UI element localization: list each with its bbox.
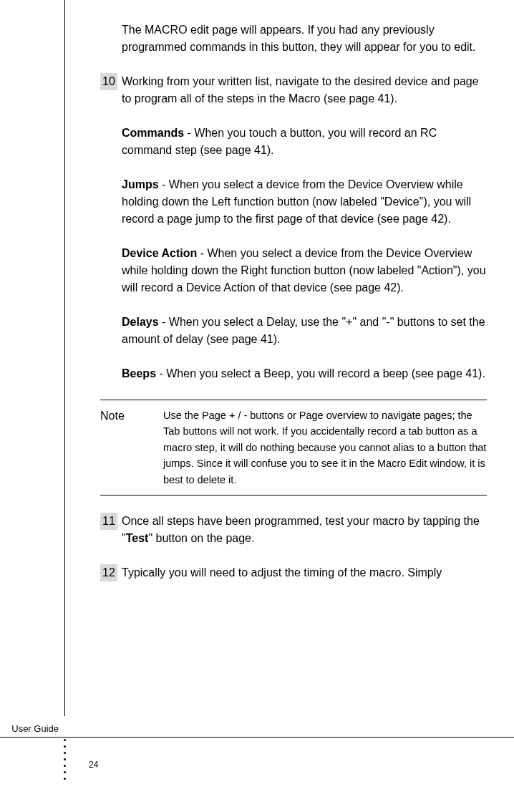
step-number: 12 [100, 564, 117, 581]
step-text: Typically you will need to adjust the ti… [122, 564, 487, 581]
footer-horizontal-line [0, 737, 514, 738]
step-number: 10 [100, 73, 117, 90]
dot-icon [64, 778, 66, 780]
device-action-paragraph: Device Action - When you select a device… [122, 245, 487, 296]
dot-icon [64, 758, 66, 760]
jumps-paragraph: Jumps - When you select a device from th… [122, 176, 487, 228]
dot-icon [64, 771, 66, 773]
note-label: Note [100, 407, 163, 488]
note-text: Use the Page + / - buttons or Page overv… [163, 407, 487, 488]
page-content: The MACRO edit page will appears. If you… [100, 21, 487, 599]
step-11: 11 Once all steps have been programmed, … [100, 513, 487, 547]
step-text: Once all steps have been programmed, tes… [122, 513, 487, 547]
dot-icon [64, 739, 66, 741]
delays-label: Delays [122, 316, 159, 328]
commands-paragraph: Commands - When you touch a button, you … [122, 125, 487, 159]
beeps-paragraph: Beeps - When you select a Beep, you will… [122, 365, 487, 382]
step-number: 11 [100, 513, 117, 530]
step-10: 10 Working from your written list, navig… [100, 73, 487, 107]
jumps-label: Jumps [122, 178, 159, 190]
dot-icon [64, 765, 66, 767]
commands-label: Commands [122, 127, 184, 139]
jumps-text: - When you select a device from the Devi… [122, 178, 471, 225]
user-guide-label: User Guide [0, 723, 63, 734]
margin-vertical-line [64, 0, 65, 716]
step-12: 12 Typically you will need to adjust the… [100, 564, 487, 581]
footer-dots [64, 739, 66, 780]
step-11-bold: Test [126, 532, 149, 544]
note-block: Note Use the Page + / - buttons or Page … [100, 400, 487, 496]
page-number: 24 [89, 760, 98, 770]
intro-paragraph: The MACRO edit page will appears. If you… [122, 21, 487, 56]
delays-paragraph: Delays - When you select a Delay, use th… [122, 314, 487, 348]
dot-icon [64, 752, 66, 754]
dot-icon [64, 745, 66, 748]
device-action-label: Device Action [122, 247, 197, 259]
step-11-after: " button on the page. [148, 532, 254, 544]
beeps-label: Beeps [122, 367, 156, 380]
step-text: Working from your written list, navigate… [122, 73, 487, 107]
delays-text: - When you select a Delay, use the "+" a… [122, 316, 485, 345]
beeps-text: - When you select a Beep, you will recor… [156, 367, 485, 380]
